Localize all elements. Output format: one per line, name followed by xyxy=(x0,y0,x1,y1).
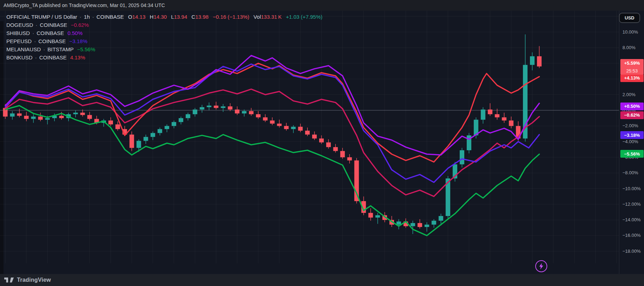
candle-body xyxy=(45,118,50,119)
candle-body xyxy=(277,124,282,126)
candle-body xyxy=(200,107,204,110)
candle-body xyxy=(80,113,85,115)
candle-body xyxy=(256,114,261,117)
candle-body xyxy=(460,150,464,164)
price-axis-label: −4.00% xyxy=(622,139,638,144)
legend-compare-row-dogeusd[interactable]: DOGEUSD·COINBASE−0.62% xyxy=(6,21,322,29)
legend-separator: · xyxy=(36,22,37,28)
tradingview-published-chart: AMBCrypto_TA published on TradingView.co… xyxy=(0,0,644,286)
compare-symbol: SHIBUSD xyxy=(6,30,30,36)
legend-separator: · xyxy=(35,54,37,60)
candle-body xyxy=(31,117,36,119)
compare-price-badge-pepe: −3.18% xyxy=(620,131,644,139)
candle-body xyxy=(263,117,268,121)
compare-symbol: DOGEUSD xyxy=(6,22,33,28)
compare-symbol: MELANIAUSD xyxy=(6,46,41,52)
candle-body xyxy=(354,160,359,201)
candle-body xyxy=(130,135,134,148)
candle-body xyxy=(150,133,155,137)
candle-body xyxy=(375,215,380,218)
tradingview-wordmark[interactable]: TradingView xyxy=(17,277,51,283)
price-axis-label: −2.00% xyxy=(622,123,638,128)
candle-body xyxy=(418,223,422,227)
open-value: 14.13 xyxy=(132,14,145,20)
candle-body xyxy=(214,106,219,108)
candle-body xyxy=(115,124,120,129)
candle-body xyxy=(207,106,211,107)
legend-compare-row-pepeusd[interactable]: PEPEUSD·COINBASE−3.18% xyxy=(6,37,322,45)
candle-body xyxy=(537,56,542,66)
chart-pane[interactable]: OFFICIAL TRUMP / US Dollar · 1h · COINBA… xyxy=(0,11,644,274)
candle-body xyxy=(431,221,436,224)
price-axis-label: 10.00% xyxy=(622,29,638,35)
candle-body xyxy=(347,157,352,160)
candle-close-countdown: 25:53 xyxy=(620,67,644,75)
price-axis-label: −10.00% xyxy=(622,186,641,191)
candle-body xyxy=(481,110,485,120)
tradingview-logo-icon xyxy=(4,277,14,283)
candle-body xyxy=(502,117,506,121)
compare-exchange: COINBASE xyxy=(38,38,66,44)
publish-header-bar: AMBCrypto_TA published on TradingView.co… xyxy=(0,0,644,11)
candle-body xyxy=(411,223,415,226)
lightning-bolt-glyph xyxy=(538,263,544,269)
compare-line-bonkusd xyxy=(5,63,539,162)
main-symbol-title: OFFICIAL TRUMP / US Dollar xyxy=(6,14,77,20)
candle-body xyxy=(495,114,500,117)
compare-exchange: COINBASE xyxy=(37,30,64,36)
legend-separator: · xyxy=(92,14,94,20)
candle-body xyxy=(172,122,176,126)
candle-body xyxy=(298,127,303,131)
candle-body xyxy=(242,111,246,113)
candle-body xyxy=(270,121,275,124)
price-axis-label: 8.00% xyxy=(622,45,636,50)
close-value: 13.98 xyxy=(195,14,209,20)
candle-body xyxy=(87,115,92,119)
candle-body xyxy=(24,116,29,119)
compare-change-value: −3.18% xyxy=(69,38,87,44)
range-change: +1.03 (+7.95%) xyxy=(286,14,322,20)
candle-body xyxy=(221,106,225,108)
compare-change-value: 0.50% xyxy=(67,30,83,36)
legend-compare-row-shibusd[interactable]: SHIBUSD·COINBASE0.50% xyxy=(6,29,322,37)
close-label: C xyxy=(191,14,195,20)
low-value: 13.94 xyxy=(174,14,187,20)
candle-body xyxy=(312,135,317,139)
candle-body xyxy=(425,224,429,227)
compare-price-badge-shib: +0.50% xyxy=(620,103,644,110)
currency-toggle-button[interactable]: USD xyxy=(619,13,640,23)
price-axis-label: −8.00% xyxy=(622,170,638,175)
compare-change-value: 4.13% xyxy=(70,54,85,60)
legend-separator: · xyxy=(34,38,36,44)
legend-compare-row-melaniausd[interactable]: MELANIAUSD·BITSTAMP−5.56% xyxy=(6,45,322,53)
compare-exchange: COINBASE xyxy=(39,54,67,60)
price-axis[interactable]: 10.00%8.00%6.00%4.00%2.00%0.00%−2.00%−4.… xyxy=(619,11,644,274)
last-price-badge: +5.59%25:53 xyxy=(620,59,644,75)
compare-change-value: −0.62% xyxy=(71,22,89,28)
main-symbol-exchange: COINBASE xyxy=(96,14,124,20)
candle-body xyxy=(228,106,232,110)
legend-compare-row-bonkusd[interactable]: BONKUSD·COINBASE4.13% xyxy=(6,53,322,62)
legend-compare-rows: DOGEUSD·COINBASE−0.62%SHIBUSD·COINBASE0.… xyxy=(6,21,322,62)
high-label: H xyxy=(150,14,154,20)
price-axis-label: 2.00% xyxy=(622,92,636,97)
candle-body xyxy=(284,126,289,129)
compare-exchange: COINBASE xyxy=(40,22,67,28)
candle-body xyxy=(488,110,493,114)
candle-body xyxy=(157,129,162,133)
candle-body xyxy=(186,114,190,118)
last-price-change: +5.59% xyxy=(620,59,644,67)
price-axis-label: −12.00% xyxy=(622,202,641,207)
candle-body xyxy=(249,111,254,114)
main-symbol-interval: 1h xyxy=(84,14,90,20)
candle-body xyxy=(59,116,64,118)
volume-label: Vol xyxy=(254,14,261,20)
lightning-mode-icon[interactable] xyxy=(535,260,547,272)
compare-line-dogeusd xyxy=(5,89,539,196)
legend-main-symbol-row[interactable]: OFFICIAL TRUMP / US Dollar · 1h · COINBA… xyxy=(6,13,322,21)
chart-legend: OFFICIAL TRUMP / US Dollar · 1h · COINBA… xyxy=(6,13,322,62)
legend-separator: · xyxy=(32,30,34,36)
candle-body xyxy=(165,126,169,129)
candle-body xyxy=(396,222,401,225)
candle-body xyxy=(193,110,197,114)
